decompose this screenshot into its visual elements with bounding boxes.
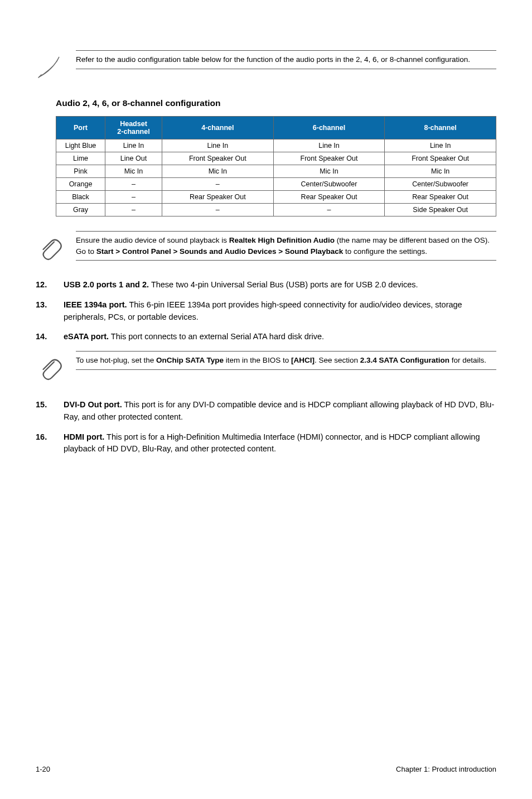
- bold-span: USB 2.0 ports 1 and 2.: [64, 280, 149, 289]
- cell: –: [162, 178, 274, 191]
- th-4ch: 4-channel: [162, 117, 274, 139]
- bold-span: OnChip SATA Type: [156, 356, 224, 364]
- pencil-icon: [36, 50, 62, 83]
- note-text: To use hot-plug, set the OnChip SATA Typ…: [76, 355, 496, 366]
- cell: Line Out: [105, 152, 162, 165]
- text-span: for details.: [449, 356, 486, 364]
- cell: Gray: [56, 204, 105, 216]
- section-title: Audio 2, 4, 6, or 8-channel configuratio…: [56, 98, 496, 108]
- list-item: 15. DVI-D Out port. This port is for any…: [36, 399, 496, 423]
- item-number: 13.: [36, 299, 54, 324]
- list-item: 12. USB 2.0 ports 1 and 2. These two 4-p…: [36, 279, 496, 291]
- item-text: USB 2.0 ports 1 and 2. These two 4-pin U…: [64, 279, 496, 291]
- cell: –: [105, 191, 162, 204]
- cell: Front Speaker Out: [273, 152, 385, 165]
- cell: Orange: [56, 178, 105, 191]
- cell: Center/Subwoofer: [385, 178, 496, 191]
- text-span: This port is for any DVI-D compatible de…: [64, 400, 494, 421]
- list-item: 16. HDMI port. This port is for a High-D…: [36, 431, 496, 456]
- text-span: These two 4-pin Universal Serial Bus (US…: [149, 280, 418, 289]
- text-span: This port is for a High-Definition Multi…: [64, 432, 480, 454]
- bold-span: eSATA port.: [64, 332, 109, 341]
- item-text: IEEE 1394a port. This 6-pin IEEE 1394a p…: [64, 299, 496, 324]
- list-item: 13. IEEE 1394a port. This 6-pin IEEE 139…: [36, 299, 496, 324]
- text-span: . See section: [315, 356, 360, 364]
- th-headset-line2: 2-channel: [108, 128, 159, 136]
- th-6ch: 6-channel: [273, 117, 385, 139]
- bold-span: IEEE 1394a port.: [64, 300, 127, 309]
- page-footer: 1-20 Chapter 1: Product introduction: [36, 765, 496, 773]
- text-span: This port connects to an external Serial…: [109, 332, 324, 341]
- bold-span: Realtek High Definition Audio: [229, 236, 335, 244]
- cell: Line In: [162, 139, 274, 152]
- item-number: 14.: [36, 331, 54, 343]
- cell: Mic In: [105, 165, 162, 178]
- cell: Front Speaker Out: [385, 152, 496, 165]
- item-number: 16.: [36, 431, 54, 456]
- th-port: Port: [56, 117, 105, 139]
- chapter-label: Chapter 1: Product introduction: [396, 765, 496, 773]
- text-span: To use hot-plug, set the: [76, 356, 156, 364]
- cell: Side Speaker Out: [385, 204, 496, 216]
- cell: Line In: [105, 139, 162, 152]
- cell: Center/Subwoofer: [273, 178, 385, 191]
- cell: Front Speaker Out: [162, 152, 274, 165]
- note-text: Ensure the audio device of sound playbac…: [76, 235, 496, 257]
- item-text: DVI-D Out port. This port is for any DVI…: [64, 399, 496, 423]
- note-text: Refer to the audio configuration table b…: [76, 54, 496, 65]
- cell: Rear Speaker Out: [162, 191, 274, 204]
- item-number: 15.: [36, 399, 54, 423]
- item-text: HDMI port. This port is for a High-Defin…: [64, 431, 496, 456]
- cell: –: [162, 204, 274, 216]
- item-number: 12.: [36, 279, 54, 291]
- bold-span: DVI-D Out port.: [64, 400, 122, 409]
- table-row: Pink Mic In Mic In Mic In Mic In: [56, 165, 496, 178]
- bold-span: 2.3.4 SATA Configuration: [360, 356, 449, 364]
- cell: Line In: [385, 139, 496, 152]
- table-row: Gray – – – Side Speaker Out: [56, 204, 496, 216]
- text-span: item in the BIOS to: [224, 356, 291, 364]
- text-span: to configure the settings.: [343, 247, 427, 256]
- cell: Pink: [56, 165, 105, 178]
- cell: Mic In: [162, 165, 274, 178]
- table-row: Orange – – Center/Subwoofer Center/Subwo…: [56, 178, 496, 191]
- text-span: Ensure the audio device of sound playbac…: [76, 236, 229, 244]
- note-paperclip-1: Ensure the audio device of sound playbac…: [36, 231, 496, 263]
- cell: Line In: [273, 139, 385, 152]
- cell: Mic In: [273, 165, 385, 178]
- cell: Mic In: [385, 165, 496, 178]
- page-number: 1-20: [36, 765, 50, 773]
- table-row: Black – Rear Speaker Out Rear Speaker Ou…: [56, 191, 496, 204]
- note-paperclip-2: To use hot-plug, set the OnChip SATA Typ…: [36, 351, 496, 383]
- list-item: 14. eSATA port. This port connects to an…: [36, 331, 496, 343]
- th-8ch: 8-channel: [385, 117, 496, 139]
- cell: Lime: [56, 152, 105, 165]
- cell: Rear Speaker Out: [385, 191, 496, 204]
- bold-span: HDMI port.: [64, 432, 104, 441]
- cell: –: [105, 204, 162, 216]
- cell: Black: [56, 191, 105, 204]
- th-headset-line1: Headset: [120, 120, 147, 128]
- bold-span: Start > Control Panel > Sounds and Audio…: [96, 247, 343, 256]
- cell: –: [105, 178, 162, 191]
- cell: Light Blue: [56, 139, 105, 152]
- audio-config-table: Port Headset 2-channel 4-channel 6-chann…: [56, 116, 496, 216]
- paperclip-icon: [36, 231, 62, 263]
- th-headset: Headset 2-channel: [105, 117, 162, 139]
- table-row: Light Blue Line In Line In Line In Line …: [56, 139, 496, 152]
- paperclip-icon: [36, 351, 62, 383]
- item-text: eSATA port. This port connects to an ext…: [64, 331, 496, 343]
- note-pencil: Refer to the audio configuration table b…: [36, 50, 496, 83]
- cell: Rear Speaker Out: [273, 191, 385, 204]
- cell: –: [273, 204, 385, 216]
- bold-span: [AHCI]: [291, 356, 315, 364]
- table-row: Lime Line Out Front Speaker Out Front Sp…: [56, 152, 496, 165]
